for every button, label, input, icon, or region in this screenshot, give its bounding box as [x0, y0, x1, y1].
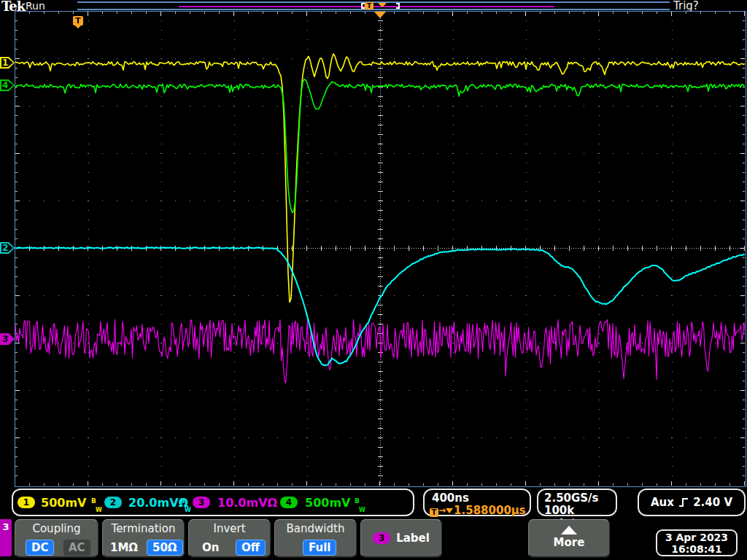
- trigger-delay-readout: T→1.588000µs: [430, 504, 526, 517]
- bandwidth-button[interactable]: Bandwidth Full: [274, 519, 357, 558]
- window-right-bracket-icon[interactable]: [396, 3, 400, 9]
- bandwidth-full-option[interactable]: Full: [303, 540, 336, 556]
- channel-2-scale: 20.0mVΩ: [128, 496, 188, 510]
- termination-button[interactable]: Termination 1MΩ 50Ω: [102, 519, 185, 558]
- invert-on-option[interactable]: On: [202, 540, 219, 556]
- invert-title: Invert: [189, 522, 270, 535]
- channel-4-marker-label: 4: [2, 80, 8, 90]
- channel-3-scale: 10.0mVΩ: [217, 496, 277, 510]
- horizontal-readout-box: 400ns T→1.588000µs: [423, 489, 531, 516]
- sample-rate: 2.50GS/s: [544, 491, 599, 505]
- coupling-title: Coupling: [15, 522, 98, 535]
- invert-button[interactable]: Invert On Off: [188, 519, 271, 558]
- acquisition-readout-box: 2.50GS/s 100k points: [537, 489, 617, 516]
- acquisition-status: Run: [26, 0, 45, 12]
- channel-3-marker[interactable]: 3: [0, 333, 15, 345]
- channel-2-marker[interactable]: 2: [0, 242, 15, 254]
- up-arrow-icon: [561, 526, 577, 534]
- channel-1-badge: 1: [18, 497, 35, 508]
- bandwidth-title: Bandwidth: [275, 522, 356, 535]
- channel-2-badge: 2: [104, 497, 122, 508]
- expansion-point-icon[interactable]: [378, 3, 387, 7]
- channel-3-marker-label: 3: [2, 334, 8, 344]
- trigger-t-icon: T: [430, 508, 438, 517]
- channel-4-marker[interactable]: 4: [0, 79, 15, 91]
- channel-1-marker-label: 1: [2, 58, 8, 68]
- invert-off-option[interactable]: Off: [236, 540, 266, 556]
- channel-1-marker[interactable]: 1: [0, 57, 15, 69]
- channel-4-scale: 500mV: [305, 496, 350, 510]
- trigger-level: 2.40 V: [693, 496, 732, 509]
- coupling-dc-option[interactable]: DC: [26, 540, 54, 556]
- time: 16:08:41: [657, 543, 736, 555]
- channel-3-badge: 3: [193, 497, 210, 508]
- label-title: Label: [396, 532, 430, 545]
- expansion-triangle-icon: [446, 508, 453, 513]
- trigger-source: Aux: [651, 496, 674, 509]
- termination-50ohm-option[interactable]: 50Ω: [147, 540, 183, 556]
- channel-4-bandwidth-limit-icon: BW: [355, 497, 366, 511]
- horizontal-scale: 400ns: [432, 491, 469, 505]
- channel-1-scale: 500mV: [41, 496, 86, 510]
- datetime-box: 3 Apr 2023 16:08:41: [656, 529, 738, 556]
- date: 3 Apr 2023: [657, 532, 736, 543]
- coupling-button[interactable]: Coupling DC AC: [15, 519, 98, 558]
- rising-edge-icon: [678, 497, 689, 508]
- more-button[interactable]: More: [528, 519, 610, 558]
- trigger-point-marker-icon[interactable]: T: [73, 16, 83, 26]
- termination-title: Termination: [103, 522, 184, 535]
- trigger-status: Trig?: [673, 0, 699, 12]
- channel-1-bandwidth-limit-icon: BW: [91, 497, 103, 511]
- record-view-bar[interactable]: T: [77, 1, 670, 10]
- more-title: More: [529, 536, 609, 549]
- trigger-readout-box: Aux 2.40 V: [638, 489, 746, 516]
- waveform-display[interactable]: [15, 12, 745, 486]
- channel-3-menu-tab[interactable]: 3: [0, 519, 12, 556]
- coupling-ac-option[interactable]: AC: [63, 540, 90, 556]
- label-button[interactable]: 3 Label: [360, 519, 442, 558]
- termination-1mohm-option[interactable]: 1MΩ: [110, 540, 138, 556]
- trigger-position-icon[interactable]: T: [365, 2, 374, 9]
- channel-4-badge: 4: [280, 497, 298, 508]
- expansion-point-marker-icon[interactable]: [374, 12, 386, 18]
- channel-2-bandwidth-limit-icon: BW: [180, 497, 192, 511]
- oscilloscope-screen: Tek Run T Trig? T 1 4 2 3 1 500mV BW 2 2…: [0, 0, 747, 560]
- trigger-delay-value: 1.588000µs: [454, 504, 526, 517]
- channel-readouts-box: 1 500mV BW 2 20.0mVΩ BW 3 10.0mVΩ 4 500m…: [12, 489, 414, 516]
- label-channel-badge: 3: [373, 532, 390, 544]
- channel-2-marker-label: 2: [2, 243, 8, 253]
